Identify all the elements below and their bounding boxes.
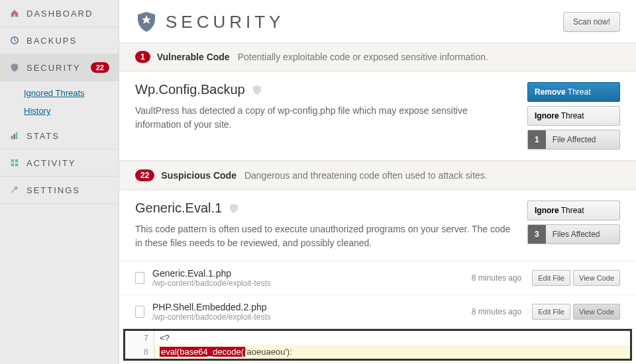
nav-label: SETTINGS xyxy=(26,185,80,195)
nav-stats[interactable]: STATS xyxy=(0,122,119,150)
threat-desc: VaultPress has detected a copy of wp-con… xyxy=(135,104,514,132)
edit-file-button[interactable]: Edit File xyxy=(532,270,570,286)
file-row: PHP.Shell.Embedded.2.php /wp-content/bad… xyxy=(119,295,636,329)
files-affected-button[interactable]: 3Files Affected xyxy=(527,224,620,244)
threat-desc: This code pattern is often used to execu… xyxy=(135,222,514,250)
threat-item: Wp.Config.Backup VaultPress has detected… xyxy=(119,71,636,161)
svg-rect-6 xyxy=(11,163,14,166)
clock-icon xyxy=(9,35,20,46)
grid-icon xyxy=(9,158,20,168)
svg-rect-5 xyxy=(15,159,18,162)
nav-label: BACKUPS xyxy=(26,36,77,46)
view-code-button[interactable]: View Code xyxy=(573,270,620,286)
shield-icon xyxy=(135,11,158,33)
threat-title: Wp.Config.Backup xyxy=(135,82,245,97)
nav-label: STATS xyxy=(26,131,60,141)
nav-history[interactable]: History xyxy=(24,102,119,120)
svg-rect-3 xyxy=(16,132,18,140)
file-name: PHP.Shell.Embedded.2.php xyxy=(152,302,472,312)
files-affected-button[interactable]: 1File Affected xyxy=(527,130,620,150)
nav-sub: Ignored Threats History xyxy=(0,81,119,122)
nav-activity[interactable]: ACTIVITY xyxy=(0,150,119,177)
nav-security[interactable]: SECURITY 22 xyxy=(0,54,119,81)
threat-item: Generic.Eval.1 This code pattern is ofte… xyxy=(119,190,636,261)
file-icon xyxy=(135,306,144,318)
nav-ignored-threats[interactable]: Ignored Threats xyxy=(24,84,119,102)
ignore-threat-button[interactable]: Ignore Threat xyxy=(527,106,620,126)
shield-icon xyxy=(229,203,239,214)
threat-title: Generic.Eval.1 xyxy=(135,201,222,216)
section-desc: Dangerous and threatening code often use… xyxy=(244,170,488,181)
ignore-threat-button[interactable]: Ignore Threat xyxy=(527,201,620,220)
file-icon xyxy=(135,272,144,284)
file-path: /wp-content/badcode/exploit-tests xyxy=(152,279,472,288)
nav-dashboard[interactable]: DASHBOARD xyxy=(0,0,119,27)
section-title: Vulnerable Code xyxy=(157,52,230,62)
svg-rect-4 xyxy=(11,159,14,162)
page-title: SECURITY xyxy=(166,12,284,32)
page-header: SECURITY Scan now! xyxy=(119,0,636,42)
svg-rect-2 xyxy=(13,134,15,139)
count-badge: 22 xyxy=(135,169,154,181)
nav-label: SECURITY xyxy=(26,63,81,73)
nav-backups[interactable]: BACKUPS xyxy=(0,27,119,54)
sidebar: DASHBOARD BACKUPS SECURITY 22 Ignored Th… xyxy=(0,0,119,364)
svg-rect-1 xyxy=(11,136,13,139)
section-desc: Potentially exploitable code or exposed … xyxy=(238,52,488,62)
section-vulnerable: 1 Vulnerable Code Potentially exploitabl… xyxy=(119,42,636,71)
shield-icon xyxy=(9,62,20,73)
file-row: Generic.Eval.1.php /wp-content/badcode/e… xyxy=(119,261,636,295)
nav-badge: 22 xyxy=(91,62,109,73)
shield-icon xyxy=(252,85,262,95)
svg-rect-7 xyxy=(15,163,18,166)
edit-file-button[interactable]: Edit File xyxy=(532,304,570,320)
file-time: 8 minutes ago xyxy=(472,307,521,316)
main: SECURITY Scan now! 1 Vulnerable Code Pot… xyxy=(119,0,636,364)
scan-button[interactable]: Scan now! xyxy=(563,12,620,32)
section-suspicious: 22 Suspicious Code Dangerous and threate… xyxy=(119,161,636,190)
count-badge: 1 xyxy=(135,51,150,63)
code-viewer: 7 <? 8 eval(base64_decode('aoeuaeou'): xyxy=(123,329,632,361)
nav-settings[interactable]: SETTINGS xyxy=(0,177,119,204)
wrench-icon xyxy=(9,185,20,195)
file-path: /wp-content/badcode/exploit-tests xyxy=(152,312,472,322)
nav-label: ACTIVITY xyxy=(26,158,76,168)
home-icon xyxy=(9,8,20,19)
chart-icon xyxy=(9,130,20,141)
code-line: 8 eval(base64_decode('aoeuaeou'): xyxy=(125,345,630,359)
view-code-button[interactable]: View Code xyxy=(573,304,620,320)
remove-threat-button[interactable]: Remove Threat xyxy=(527,82,620,102)
file-time: 8 minutes ago xyxy=(472,273,521,283)
section-title: Suspicious Code xyxy=(161,170,237,181)
code-line: 7 <? xyxy=(125,331,630,345)
file-name: Generic.Eval.1.php xyxy=(152,268,472,279)
nav-label: DASHBOARD xyxy=(26,9,93,19)
